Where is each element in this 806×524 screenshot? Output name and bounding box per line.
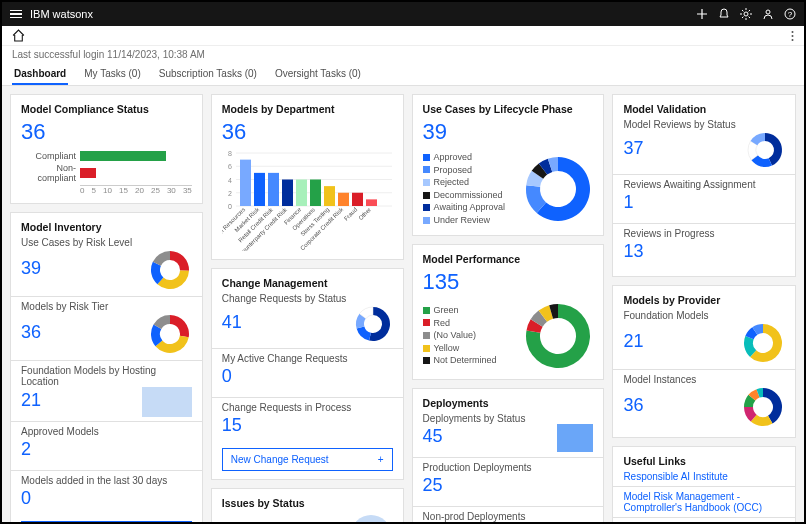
panel-validation: Model Validation Model Reviews by Status… [612,94,796,277]
kebab-icon[interactable] [791,30,794,42]
tab-my-tasks[interactable]: My Tasks (0) [82,64,143,85]
metric-value: 1 [623,192,633,213]
issues-chart [349,513,393,524]
panel-title: Model Performance [423,253,594,265]
panel-provider: Models by Provider Foundation Models21Mo… [612,285,796,438]
metric-value: 36 [21,322,41,343]
gear-icon[interactable] [740,8,752,20]
help-icon[interactable]: ? [784,8,796,20]
plus-icon[interactable] [696,8,708,20]
panel-title: Model Compliance Status [21,103,192,115]
panel-inventory: Model Inventory Use Cases by Risk Level3… [10,212,203,524]
svg-rect-25 [296,180,307,207]
useful-link[interactable]: Responsible AI Institute [623,471,785,482]
metric-value: 21 [21,390,41,411]
metric-label: Models by Risk Tier [21,301,192,312]
app-name: IBM watsonx [30,8,93,20]
metric-label: Foundation Models [623,310,785,321]
panel-title: Issues by Status [222,497,393,509]
panel-title: Useful Links [623,455,785,467]
tab-oversight-tasks[interactable]: Oversight Tasks (0) [273,64,363,85]
metric-label: Change Requests in Process [222,402,393,413]
panel-title: Deployments [423,397,594,409]
lifecycle-legend: ApprovedProposedRejectedDecommissionedAw… [423,151,505,227]
svg-text:0: 0 [228,203,232,210]
panel-links: Useful Links Responsible AI InstituteMod… [612,446,796,524]
svg-rect-21 [268,173,279,206]
svg-point-0 [744,12,748,16]
metric-label: Model Instances [623,374,785,385]
metric-value: 39 [21,258,41,279]
last-login: Last successful login 11/14/2023, 10:38 … [2,46,804,60]
user-icon[interactable] [762,8,774,20]
metric-value: 36 [623,395,643,416]
compliance-count: 36 [21,119,192,145]
metric-label: Approved Models [21,426,192,437]
metric-value: 0 [21,488,31,509]
metric-label: Model Reviews by Status [623,119,785,130]
bell-icon[interactable] [718,8,730,20]
panel-title: Models by Provider [623,294,785,306]
svg-rect-17 [240,160,251,206]
metric-label: Change Requests by Status [222,293,393,304]
dept-chart: 02468Human ResourcesMarket RiskRetail Cr… [222,151,392,251]
svg-rect-35 [366,199,377,206]
models_by_risk_tier-chart [148,312,192,356]
metric-value: 13 [623,241,643,262]
svg-point-1 [766,10,770,14]
perf-legend: GreenRed(No Value)YellowNot Determined [423,304,497,367]
svg-point-37 [351,515,391,524]
sub-bar [2,26,804,46]
svg-text:Other: Other [357,206,372,221]
placeholder-chart [142,387,192,417]
model_instances_by_provider-chart [741,385,785,429]
issues-count: 25 [222,520,246,524]
panel-title: Use Cases by Lifecycle Phase [423,103,594,115]
panel-title: Models by Department [222,103,393,115]
metric-label: Non-prod Deployments [423,511,594,522]
menu-icon[interactable] [10,10,22,19]
plus-icon: + [378,454,384,465]
svg-rect-31 [338,193,349,206]
svg-text:8: 8 [228,151,232,157]
panel-compliance: Model Compliance Status 36 CompliantNon-… [10,94,203,204]
svg-text:2: 2 [228,190,232,197]
perf-count: 135 [423,269,594,295]
panel-title: Model Validation [623,103,785,115]
panel-perf: Model Performance 135 GreenRed(No Value)… [412,244,605,380]
panel-change: Change Management Change Requests by Sta… [211,268,404,480]
svg-text:4: 4 [228,177,232,184]
tab-bar: Dashboard My Tasks (0) Subscription Task… [2,60,804,86]
metric-value: 37 [623,138,643,159]
tab-dashboard[interactable]: Dashboard [12,64,68,85]
metric-value: 25 [423,475,443,496]
metric-value: 0 [222,366,232,387]
metric-value: 15 [222,415,242,436]
svg-point-4 [792,31,794,33]
metric-label: Production Deployments [423,462,594,473]
svg-rect-27 [310,180,321,207]
panel-dept: Models by Department 36 02468Human Resou… [211,94,404,260]
svg-rect-19 [254,173,265,206]
metric-label: Reviews Awaiting Assignment [623,179,785,190]
new-change-request-button[interactable]: New Change Request+ [222,448,393,471]
reviews-chart [745,130,785,170]
svg-point-6 [792,39,794,41]
use_cases_by_risk_level-chart [148,248,192,292]
svg-rect-33 [352,193,363,206]
metric-value: 41 [222,312,242,333]
metric-label: Models added in the last 30 days [21,475,192,486]
svg-rect-29 [324,186,335,206]
metric-label: Use Cases by Risk Level [21,237,192,248]
home-icon[interactable] [12,29,25,42]
svg-point-5 [792,35,794,37]
dashboard: Model Compliance Status 36 CompliantNon-… [2,86,804,524]
useful-link[interactable]: Model Risk Management - Comptroller's Ha… [623,491,785,513]
metric-label: Reviews in Progress [623,228,785,239]
svg-text:?: ? [788,10,793,19]
tab-subscription-tasks[interactable]: Subscription Tasks (0) [157,64,259,85]
panel-title: Change Management [222,277,393,289]
app-topbar: IBM watsonx ? [2,2,804,26]
change-requests-chart [353,304,393,344]
svg-text:Fraud: Fraud [343,206,358,221]
